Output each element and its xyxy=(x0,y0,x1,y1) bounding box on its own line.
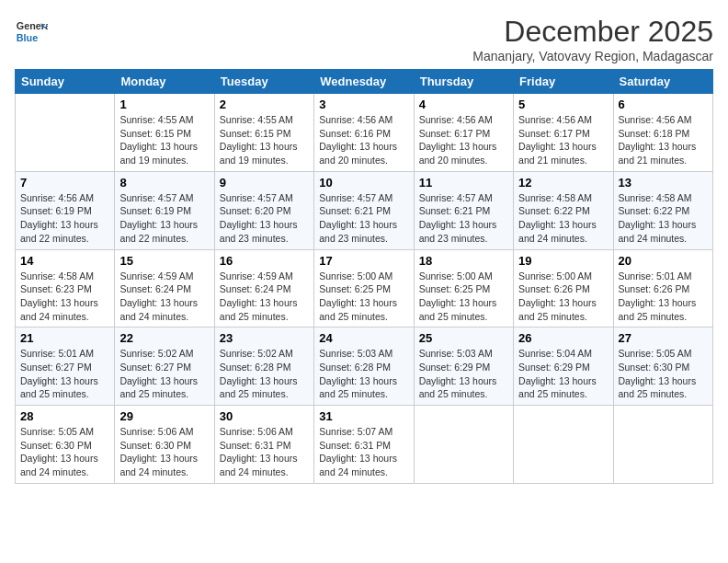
calendar-cell: 16Sunrise: 4:59 AMSunset: 6:24 PMDayligh… xyxy=(214,249,313,327)
day-details: Sunrise: 5:00 AMSunset: 6:25 PMDaylight:… xyxy=(419,270,508,324)
day-details: Sunrise: 4:56 AMSunset: 6:19 PMDaylight:… xyxy=(20,191,109,246)
day-number: 21 xyxy=(20,331,109,345)
day-number: 24 xyxy=(319,331,408,345)
day-details: Sunrise: 5:01 AMSunset: 6:27 PMDaylight:… xyxy=(20,347,109,401)
calendar-cell: 25Sunrise: 5:03 AMSunset: 6:29 PMDayligh… xyxy=(414,327,513,406)
days-of-week-row: SundayMondayTuesdayWednesdayThursdayFrid… xyxy=(16,70,713,94)
calendar-table: SundayMondayTuesdayWednesdayThursdayFrid… xyxy=(15,69,713,484)
day-details: Sunrise: 4:57 AMSunset: 6:21 PMDaylight:… xyxy=(419,191,508,246)
calendar-cell: 7Sunrise: 4:56 AMSunset: 6:19 PMDaylight… xyxy=(16,171,115,249)
day-details: Sunrise: 5:05 AMSunset: 6:30 PMDaylight:… xyxy=(20,425,109,479)
title-block: December 2025 Mananjary, Vatovavy Region… xyxy=(472,15,713,63)
svg-text:Blue: Blue xyxy=(17,32,38,43)
day-of-week-header: Saturday xyxy=(613,70,712,94)
day-of-week-header: Friday xyxy=(514,70,613,94)
calendar-week-row: 21Sunrise: 5:01 AMSunset: 6:27 PMDayligh… xyxy=(16,327,713,406)
day-details: Sunrise: 5:06 AMSunset: 6:30 PMDaylight:… xyxy=(119,425,209,479)
calendar-header: SundayMondayTuesdayWednesdayThursdayFrid… xyxy=(16,70,713,94)
day-of-week-header: Tuesday xyxy=(214,70,313,94)
day-number: 3 xyxy=(319,98,408,111)
calendar-cell: 29Sunrise: 5:06 AMSunset: 6:30 PMDayligh… xyxy=(115,406,214,484)
calendar-cell xyxy=(514,406,613,484)
calendar-cell: 30Sunrise: 5:06 AMSunset: 6:31 PMDayligh… xyxy=(214,406,313,484)
day-details: Sunrise: 5:05 AMSunset: 6:30 PMDaylight:… xyxy=(619,347,708,401)
day-number: 18 xyxy=(419,254,508,268)
day-details: Sunrise: 5:01 AMSunset: 6:26 PMDaylight:… xyxy=(619,270,708,324)
day-of-week-header: Thursday xyxy=(414,70,513,94)
day-of-week-header: Wednesday xyxy=(314,70,414,94)
calendar-cell: 17Sunrise: 5:00 AMSunset: 6:25 PMDayligh… xyxy=(314,249,414,327)
calendar-cell: 31Sunrise: 5:07 AMSunset: 6:31 PMDayligh… xyxy=(314,406,414,484)
day-number: 22 xyxy=(119,331,209,345)
day-number: 19 xyxy=(518,254,608,268)
day-number: 31 xyxy=(319,409,408,423)
calendar-cell: 5Sunrise: 4:56 AMSunset: 6:17 PMDaylight… xyxy=(514,94,613,172)
day-details: Sunrise: 5:02 AMSunset: 6:27 PMDaylight:… xyxy=(119,347,209,401)
day-details: Sunrise: 4:55 AMSunset: 6:15 PMDaylight:… xyxy=(220,113,309,167)
day-number: 15 xyxy=(119,254,209,268)
day-number: 26 xyxy=(518,331,608,345)
day-number: 11 xyxy=(419,176,508,190)
calendar-week-row: 1Sunrise: 4:55 AMSunset: 6:15 PMDaylight… xyxy=(16,94,713,172)
day-of-week-header: Monday xyxy=(115,70,214,94)
calendar-cell: 22Sunrise: 5:02 AMSunset: 6:27 PMDayligh… xyxy=(115,327,214,406)
day-details: Sunrise: 4:56 AMSunset: 6:17 PMDaylight:… xyxy=(419,113,508,167)
logo: General Blue xyxy=(15,15,48,48)
day-details: Sunrise: 4:56 AMSunset: 6:18 PMDaylight:… xyxy=(619,113,708,167)
calendar-week-row: 7Sunrise: 4:56 AMSunset: 6:19 PMDaylight… xyxy=(16,171,713,249)
calendar-cell: 12Sunrise: 4:58 AMSunset: 6:22 PMDayligh… xyxy=(514,171,613,249)
day-details: Sunrise: 5:07 AMSunset: 6:31 PMDaylight:… xyxy=(319,425,408,479)
day-number: 20 xyxy=(619,254,708,268)
day-number: 13 xyxy=(619,176,708,190)
calendar-cell: 14Sunrise: 4:58 AMSunset: 6:23 PMDayligh… xyxy=(16,249,115,327)
day-number: 4 xyxy=(419,98,508,111)
day-details: Sunrise: 4:59 AMSunset: 6:24 PMDaylight:… xyxy=(119,270,209,324)
calendar-cell xyxy=(16,94,115,172)
day-of-week-header: Sunday xyxy=(16,70,115,94)
calendar-cell: 9Sunrise: 4:57 AMSunset: 6:20 PMDaylight… xyxy=(214,171,313,249)
calendar-cell: 3Sunrise: 4:56 AMSunset: 6:16 PMDaylight… xyxy=(314,94,414,172)
day-details: Sunrise: 5:02 AMSunset: 6:28 PMDaylight:… xyxy=(220,347,309,401)
calendar-cell: 8Sunrise: 4:57 AMSunset: 6:19 PMDaylight… xyxy=(115,171,214,249)
day-number: 16 xyxy=(220,254,309,268)
day-details: Sunrise: 4:56 AMSunset: 6:16 PMDaylight:… xyxy=(319,113,408,167)
day-details: Sunrise: 4:57 AMSunset: 6:21 PMDaylight:… xyxy=(319,191,408,246)
day-number: 9 xyxy=(220,176,309,190)
calendar-cell: 10Sunrise: 4:57 AMSunset: 6:21 PMDayligh… xyxy=(314,171,414,249)
day-details: Sunrise: 4:58 AMSunset: 6:22 PMDaylight:… xyxy=(518,191,608,246)
day-details: Sunrise: 4:58 AMSunset: 6:22 PMDaylight:… xyxy=(619,191,708,246)
calendar-body: 1Sunrise: 4:55 AMSunset: 6:15 PMDaylight… xyxy=(16,94,713,484)
day-number: 12 xyxy=(518,176,608,190)
day-number: 25 xyxy=(419,331,508,345)
day-number: 29 xyxy=(119,409,209,423)
calendar-cell xyxy=(414,406,513,484)
location-subtitle: Mananjary, Vatovavy Region, Madagascar xyxy=(472,49,713,63)
day-number: 2 xyxy=(220,98,309,111)
calendar-cell: 11Sunrise: 4:57 AMSunset: 6:21 PMDayligh… xyxy=(414,171,513,249)
calendar-cell: 13Sunrise: 4:58 AMSunset: 6:22 PMDayligh… xyxy=(613,171,712,249)
day-number: 8 xyxy=(119,176,209,190)
day-number: 30 xyxy=(220,409,309,423)
calendar-week-row: 14Sunrise: 4:58 AMSunset: 6:23 PMDayligh… xyxy=(16,249,713,327)
day-details: Sunrise: 5:03 AMSunset: 6:29 PMDaylight:… xyxy=(419,347,508,401)
month-year-title: December 2025 xyxy=(472,15,713,49)
calendar-cell xyxy=(613,406,712,484)
calendar-cell: 1Sunrise: 4:55 AMSunset: 6:15 PMDaylight… xyxy=(115,94,214,172)
day-details: Sunrise: 5:00 AMSunset: 6:26 PMDaylight:… xyxy=(518,270,608,324)
day-details: Sunrise: 5:00 AMSunset: 6:25 PMDaylight:… xyxy=(319,270,408,324)
day-details: Sunrise: 4:58 AMSunset: 6:23 PMDaylight:… xyxy=(20,270,109,324)
calendar-cell: 18Sunrise: 5:00 AMSunset: 6:25 PMDayligh… xyxy=(414,249,513,327)
logo-icon: General Blue xyxy=(15,15,48,48)
calendar-cell: 26Sunrise: 5:04 AMSunset: 6:29 PMDayligh… xyxy=(514,327,613,406)
calendar-cell: 2Sunrise: 4:55 AMSunset: 6:15 PMDaylight… xyxy=(214,94,313,172)
day-details: Sunrise: 4:56 AMSunset: 6:17 PMDaylight:… xyxy=(518,113,608,167)
day-number: 6 xyxy=(619,98,708,111)
calendar-cell: 23Sunrise: 5:02 AMSunset: 6:28 PMDayligh… xyxy=(214,327,313,406)
calendar-week-row: 28Sunrise: 5:05 AMSunset: 6:30 PMDayligh… xyxy=(16,406,713,484)
day-details: Sunrise: 4:55 AMSunset: 6:15 PMDaylight:… xyxy=(119,113,209,167)
page-header: General Blue December 2025 Mananjary, Va… xyxy=(15,15,713,63)
calendar-cell: 4Sunrise: 4:56 AMSunset: 6:17 PMDaylight… xyxy=(414,94,513,172)
day-details: Sunrise: 5:03 AMSunset: 6:28 PMDaylight:… xyxy=(319,347,408,401)
calendar-cell: 20Sunrise: 5:01 AMSunset: 6:26 PMDayligh… xyxy=(613,249,712,327)
calendar-cell: 21Sunrise: 5:01 AMSunset: 6:27 PMDayligh… xyxy=(16,327,115,406)
